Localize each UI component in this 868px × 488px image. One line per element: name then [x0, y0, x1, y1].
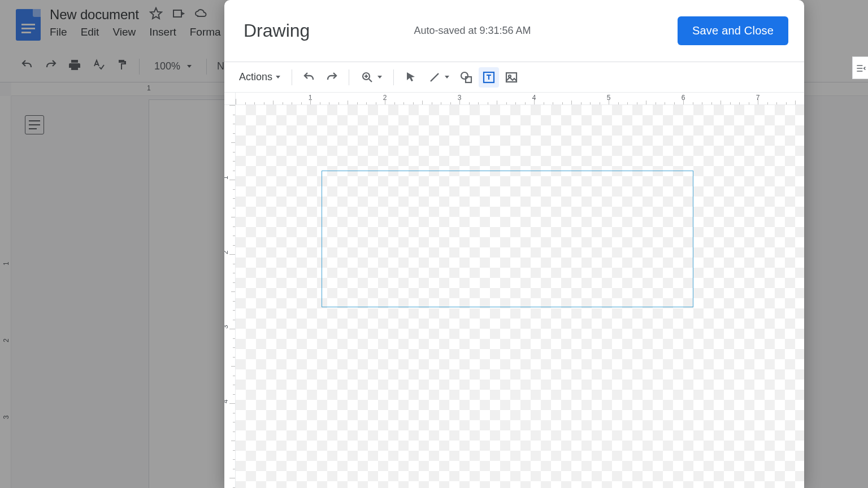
- drawing-header: Drawing Auto-saved at 9:31:56 AM Save an…: [224, 0, 804, 62]
- autosave-status: Auto-saved at 9:31:56 AM: [414, 25, 664, 37]
- chevron-down-icon: [187, 65, 192, 68]
- svg-marker-0: [150, 8, 162, 19]
- move-icon[interactable]: [172, 7, 185, 23]
- text-box-tool-button[interactable]: [479, 67, 499, 88]
- docs-menu-bar: File Edit View Insert Forma: [50, 26, 221, 38]
- chevron-down-icon: [445, 76, 449, 79]
- hide-sidepanel-button[interactable]: [852, 56, 868, 79]
- ruler-label: 2: [2, 338, 10, 342]
- save-and-close-button[interactable]: Save and Close: [678, 16, 788, 45]
- cloud-status-icon[interactable]: [194, 7, 208, 23]
- show-outline-button[interactable]: [25, 115, 44, 134]
- menu-edit[interactable]: Edit: [81, 26, 99, 38]
- toolbar-separator: [393, 69, 394, 85]
- menu-file[interactable]: File: [50, 26, 67, 38]
- undo-button[interactable]: [20, 58, 34, 75]
- zoom-button[interactable]: [356, 67, 387, 88]
- ruler-label: 2: [224, 250, 229, 254]
- zoom-select[interactable]: 100%: [150, 60, 196, 72]
- vertical-ruler[interactable]: 1234: [224, 105, 236, 488]
- drawing-canvas-area: 1234567 1234: [224, 93, 804, 488]
- actions-menu-button[interactable]: Actions: [235, 67, 285, 88]
- star-icon[interactable]: [149, 7, 163, 23]
- svg-point-2: [461, 72, 468, 79]
- text-box-shape[interactable]: [322, 171, 693, 307]
- doc-title[interactable]: New document: [50, 7, 139, 23]
- line-tool-button[interactable]: [423, 67, 454, 88]
- ruler-label: 3: [2, 415, 10, 419]
- undo-button[interactable]: [299, 67, 319, 88]
- redo-button[interactable]: [322, 67, 342, 88]
- chevron-down-icon: [377, 76, 382, 79]
- zoom-value: 100%: [154, 60, 180, 72]
- redo-button[interactable]: [44, 58, 58, 75]
- svg-rect-5: [506, 73, 517, 82]
- paint-format-button[interactable]: [115, 58, 129, 75]
- ruler-label: 4: [224, 399, 229, 403]
- image-tool-button[interactable]: [501, 67, 522, 88]
- toolbar-separator: [206, 59, 207, 75]
- docs-logo-icon[interactable]: [16, 9, 41, 41]
- ruler-label: 1: [224, 176, 229, 180]
- print-button[interactable]: [68, 58, 81, 75]
- drawing-title: Drawing: [244, 20, 310, 41]
- drawing-modal: Drawing Auto-saved at 9:31:56 AM Save an…: [224, 0, 804, 488]
- horizontal-ruler[interactable]: 1234567: [236, 93, 804, 105]
- menu-insert[interactable]: Insert: [149, 26, 176, 38]
- ruler-corner: [224, 93, 236, 105]
- ruler-label: 1: [147, 84, 151, 92]
- menu-format[interactable]: Forma: [190, 26, 221, 38]
- drawing-canvas[interactable]: [236, 105, 804, 488]
- menu-view[interactable]: View: [112, 26, 136, 38]
- shape-tool-button[interactable]: [456, 67, 476, 88]
- chevron-down-icon: [276, 76, 280, 79]
- ruler-label: 3: [224, 325, 229, 329]
- spellcheck-button[interactable]: [92, 58, 105, 75]
- select-tool-button[interactable]: [401, 67, 421, 88]
- actions-label: Actions: [239, 71, 272, 83]
- toolbar-separator: [349, 69, 349, 85]
- toolbar-separator: [139, 59, 140, 75]
- drawing-toolbar: Actions: [224, 62, 804, 93]
- ruler-label: 1: [2, 262, 10, 265]
- docs-vertical-ruler[interactable]: 1 2 3: [0, 96, 11, 488]
- toolbar-separator: [292, 69, 292, 85]
